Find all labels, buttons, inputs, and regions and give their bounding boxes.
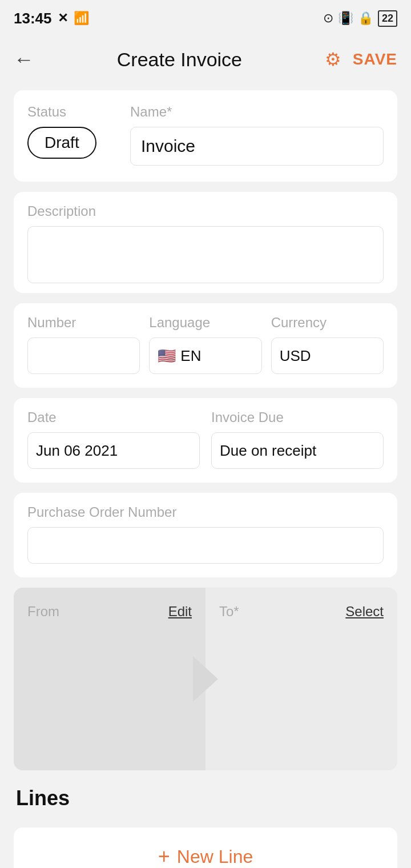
back-button[interactable]: ← (14, 47, 34, 71)
form-content: Status Draft Name* Description Number La… (0, 85, 411, 868)
date-column: Date Jun 06 2021 (27, 409, 200, 469)
date-label: Date (27, 409, 200, 425)
invoice-due-picker[interactable]: Due on receipt (211, 432, 384, 469)
description-section: Description (14, 192, 397, 293)
invoice-due-column: Invoice Due Due on receipt (211, 409, 384, 469)
status-column: Status Draft (27, 104, 119, 159)
plus-icon: + (158, 845, 170, 868)
language-value: EN (180, 347, 201, 365)
to-label: To* (219, 604, 239, 620)
status-bar-right: ⊙ 📳 🔒 22 (323, 10, 397, 27)
language-flag: 🇺🇸 (158, 347, 176, 365)
edit-from-button[interactable]: Edit (168, 604, 192, 620)
new-line-label: New Line (177, 846, 253, 867)
settings-icon[interactable]: ⚙ (325, 49, 341, 70)
media-icon: ⊙ (323, 11, 333, 26)
invoice-due-value: Due on receipt (220, 442, 316, 460)
invoice-due-label: Invoice Due (211, 409, 384, 425)
number-column: Number (27, 315, 140, 374)
language-select[interactable]: 🇺🇸 EN (149, 337, 261, 374)
date-value: Jun 06 2021 (36, 442, 118, 460)
currency-label: Currency (271, 315, 384, 331)
currency-value: USD (280, 347, 311, 365)
name-label: Name* (130, 104, 384, 120)
wifi-icon: 📶 (74, 11, 89, 26)
lines-title: Lines (14, 786, 397, 810)
purchase-order-section: Purchase Order Number (14, 493, 397, 577)
to-column: To* Select (206, 588, 397, 770)
date-invoicedue-section: Date Jun 06 2021 Invoice Due Due on rece… (14, 398, 397, 483)
lock-icon: 🔒 (358, 11, 373, 26)
from-column: From Edit (14, 588, 206, 770)
time-display: 13:45 (14, 10, 52, 27)
number-label: Number (27, 315, 140, 331)
status-draft-button[interactable]: Draft (27, 127, 96, 159)
language-label: Language (149, 315, 261, 331)
battery-indicator: 22 (378, 10, 397, 27)
status-bar-left: 13:45 ✕ 📶 (14, 10, 89, 27)
date-picker[interactable]: Jun 06 2021 (27, 432, 200, 469)
currency-column: Currency USD (271, 315, 384, 374)
status-name-section: Status Draft Name* (14, 90, 397, 182)
currency-select[interactable]: USD (271, 337, 384, 374)
description-label: Description (27, 203, 384, 219)
name-column: Name* (130, 104, 384, 166)
select-to-button[interactable]: Select (345, 604, 384, 620)
purchase-order-input[interactable] (27, 527, 384, 564)
page-title: Create Invoice (117, 49, 242, 71)
number-input[interactable] (27, 337, 140, 374)
new-line-button[interactable]: + New Line (14, 827, 397, 868)
save-button[interactable]: SAVE (353, 50, 397, 69)
status-bar: 13:45 ✕ 📶 ⊙ 📳 🔒 22 (0, 0, 411, 34)
language-column: Language 🇺🇸 EN (149, 315, 261, 374)
lines-section: Lines + New Line (14, 781, 397, 868)
vibrate-icon: 📳 (338, 11, 353, 26)
from-label: From (27, 604, 59, 620)
status-label: Status (27, 104, 119, 120)
from-to-section: From Edit To* Select (14, 588, 397, 770)
header: ← Create Invoice ⚙ SAVE (0, 34, 411, 85)
purchase-order-label: Purchase Order Number (27, 504, 384, 520)
x-icon: ✕ (58, 11, 68, 26)
description-input[interactable] (27, 226, 384, 283)
header-actions: ⚙ SAVE (325, 49, 397, 70)
number-language-currency-section: Number Language 🇺🇸 EN Currency USD (14, 303, 397, 388)
name-input[interactable] (130, 127, 384, 166)
